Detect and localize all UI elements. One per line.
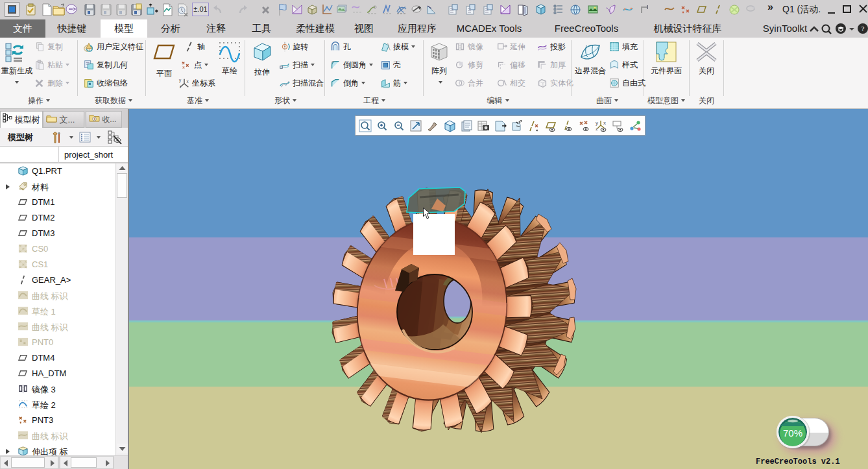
svg-text:z: z bbox=[180, 84, 182, 89]
svg-text:y: y bbox=[179, 78, 182, 83]
svg-text:?: ? bbox=[862, 25, 865, 32]
svg-text:70%: 70% bbox=[783, 427, 802, 439]
svg-text:x: x bbox=[187, 79, 189, 84]
svg-text:x: x bbox=[603, 120, 606, 126]
svg-text:y: y bbox=[596, 120, 598, 126]
svg-text:z: z bbox=[596, 126, 598, 132]
